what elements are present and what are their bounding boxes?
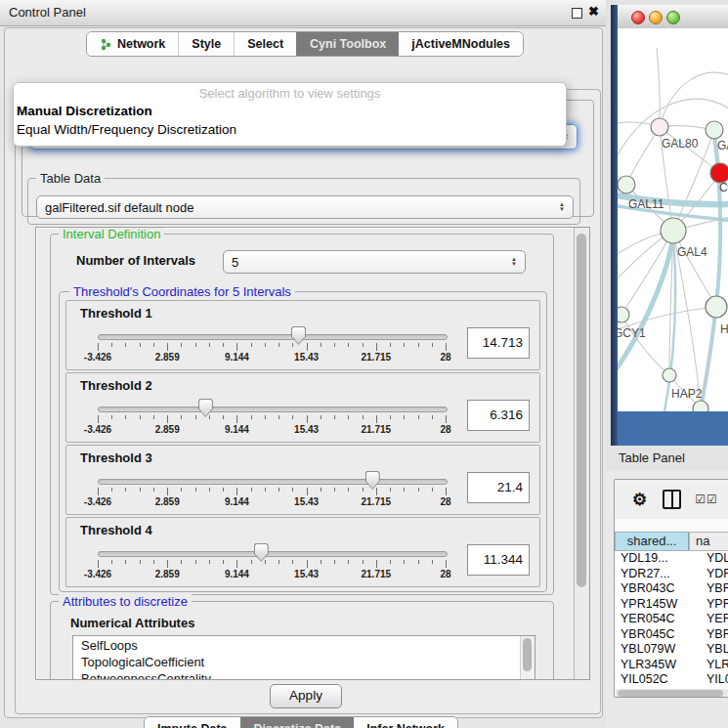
- threshold-value-field[interactable]: 6.316: [467, 400, 530, 431]
- cell-shared-name[interactable]: YDR27...: [615, 567, 689, 582]
- cell-shared-name[interactable]: YBL079W: [615, 642, 689, 658]
- table-row[interactable]: YDL19...YDL1: [615, 551, 728, 567]
- slider-track[interactable]: [98, 407, 448, 412]
- table-row[interactable]: YBR045CYBR0: [615, 627, 728, 643]
- tab-cyni-toolbox[interactable]: Cyni Toolbox: [296, 32, 399, 56]
- cell-shared-name[interactable]: YIL052C: [615, 672, 689, 688]
- popup-option-manual-discretization[interactable]: Manual Discretization: [17, 104, 152, 118]
- minimize-traffic-light-icon[interactable]: [649, 11, 663, 24]
- scrollbar-thumb[interactable]: [618, 690, 723, 697]
- control-panel-window: Control Panel ✖ Discretization Algorithm…: [0, 0, 606, 728]
- network-node-h[interactable]: [706, 296, 727, 318]
- numerical-attributes-list[interactable]: SelfLoopsTopologicalCoefficientBetweenne…: [72, 635, 535, 680]
- cell-shared-name[interactable]: YLR345W: [615, 658, 689, 673]
- network-node-ga[interactable]: [706, 121, 723, 139]
- tick-mark: [223, 343, 224, 347]
- popup-option-equal-width-frequency[interactable]: Equal Width/Frequency Discretization: [17, 122, 236, 137]
- column-header-name[interactable]: na: [689, 532, 728, 551]
- network-node-gal80[interactable]: [651, 118, 668, 136]
- tab-select[interactable]: Select: [234, 32, 296, 56]
- screen: GAL80GACGAL11GAL4GCY1HHAP2 Table Panel ⚙…: [0, 0, 728, 728]
- network-node-gcy1[interactable]: [618, 307, 629, 322]
- number-of-intervals-combobox[interactable]: 5 ▲▼: [223, 250, 526, 274]
- attribute-list-item[interactable]: BetweennessCentrality: [73, 670, 519, 680]
- attribute-list-item[interactable]: SelfLoops: [73, 637, 519, 654]
- scale-label: -3.426: [84, 352, 111, 363]
- tick-mark: [265, 488, 266, 492]
- settings-vertical-scrollbar[interactable]: [574, 228, 589, 679]
- scrollbar-thumb[interactable]: [577, 234, 586, 587]
- slider-track[interactable]: [98, 551, 448, 557]
- tick-mark: [348, 560, 349, 564]
- tick-mark: [153, 415, 154, 419]
- cell-name[interactable]: YBR0: [689, 627, 728, 643]
- scrollbar-thumb[interactable]: [523, 638, 532, 671]
- apply-button[interactable]: Apply: [270, 684, 342, 708]
- tick-mark: [278, 488, 279, 492]
- cell-name[interactable]: YBR0: [689, 581, 728, 597]
- column-layout-icon[interactable]: [663, 490, 681, 509]
- tab-discretize-data[interactable]: Discretize Data: [240, 717, 355, 728]
- cell-name[interactable]: YIL0: [689, 672, 728, 688]
- tab-network[interactable]: Network: [87, 32, 178, 56]
- cell-name[interactable]: YDL1: [689, 551, 728, 567]
- network-node[interactable]: [693, 401, 708, 411]
- tab-jactivemnodules[interactable]: jActiveMNodules: [399, 32, 523, 56]
- table-panel-titlebar[interactable]: Table Panel: [604, 446, 728, 472]
- network-node-c[interactable]: [710, 163, 728, 183]
- tab-infer-network[interactable]: Infer Network: [354, 717, 457, 728]
- list-scrollbar[interactable]: [520, 636, 535, 680]
- close-panel-icon[interactable]: ✖: [588, 4, 599, 19]
- gear-icon[interactable]: ⚙: [632, 490, 647, 510]
- table-data-combobox[interactable]: galFiltered.sif default node ▲▼: [36, 195, 574, 219]
- threshold-value-field[interactable]: 14.713: [467, 327, 530, 359]
- cell-shared-name[interactable]: YBR045C: [615, 627, 689, 643]
- slider-track[interactable]: [98, 334, 448, 340]
- tick-mark: [209, 560, 210, 564]
- cyni-toolbox-content: Discretization Algorithm ▲▼ Table Data g…: [15, 89, 601, 714]
- cell-name[interactable]: YER0: [689, 612, 728, 627]
- slider-track[interactable]: [98, 479, 448, 485]
- tick-mark: [153, 560, 154, 564]
- cell-shared-name[interactable]: YBR043C: [615, 581, 689, 597]
- threshold-label: Threshold 4: [80, 523, 152, 537]
- table-row[interactable]: YIL052CYIL0: [615, 672, 728, 688]
- table-row[interactable]: YER054CYER0: [615, 612, 728, 627]
- table-horizontal-scrollbar[interactable]: [616, 689, 728, 698]
- network-node-gal11[interactable]: [618, 176, 635, 193]
- bottom-tabbar: Impute Data Discretize Data Infer Networ…: [144, 716, 458, 728]
- table-row[interactable]: YBL079WYBL0: [615, 642, 728, 658]
- cell-name[interactable]: YBL0: [689, 642, 728, 658]
- control-panel-titlebar[interactable]: Control Panel ✖: [0, 0, 606, 26]
- attribute-list-item[interactable]: TopologicalCoefficient: [73, 654, 519, 670]
- cell-shared-name[interactable]: YDL19...: [615, 551, 689, 567]
- tick-mark: [334, 415, 335, 419]
- tab-impute-data[interactable]: Impute Data: [145, 717, 240, 728]
- cell-shared-name[interactable]: YER054C: [615, 612, 689, 627]
- cell-name[interactable]: YPR1: [689, 597, 728, 613]
- cell-name[interactable]: YDR2: [689, 567, 728, 582]
- network-canvas[interactable]: GAL80GACGAL11GAL4GCY1HHAP2: [618, 28, 728, 411]
- checkbox-icons[interactable]: ☑☑: [695, 492, 718, 506]
- network-node-hap2[interactable]: [663, 368, 676, 382]
- column-header-shared-name[interactable]: shared...: [615, 532, 689, 551]
- threshold-4-panel: Threshold 4 -3.4262.8599.14415.4321.7152…: [65, 517, 540, 587]
- cell-shared-name[interactable]: YPR145W: [615, 597, 689, 613]
- tick-mark: [236, 560, 237, 568]
- table-row[interactable]: YPR145WYPR1: [615, 597, 728, 613]
- threshold-value-field[interactable]: 21.4: [467, 472, 530, 503]
- cell-name[interactable]: YLR3: [689, 658, 728, 673]
- network-window-titlebar[interactable]: [618, 5, 728, 29]
- tick-mark: [181, 415, 182, 419]
- float-window-icon[interactable]: [572, 8, 582, 19]
- tick-mark: [209, 415, 210, 419]
- close-traffic-light-icon[interactable]: [631, 11, 645, 24]
- table-row[interactable]: YDR27...YDR2: [615, 567, 728, 582]
- tick-mark: [390, 560, 391, 564]
- table-row[interactable]: YBR043CYBR0: [615, 581, 728, 597]
- threshold-value-field[interactable]: 11.344: [467, 544, 530, 576]
- zoom-traffic-light-icon[interactable]: [666, 11, 680, 24]
- table-row[interactable]: YLR345WYLR3: [615, 658, 728, 673]
- tab-style[interactable]: Style: [178, 32, 234, 56]
- network-node-gal4[interactable]: [661, 218, 686, 243]
